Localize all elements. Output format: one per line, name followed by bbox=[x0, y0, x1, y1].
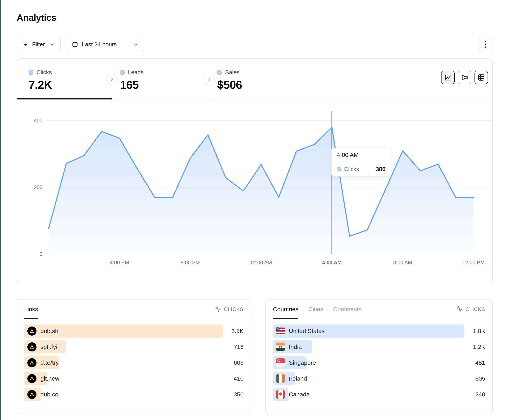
countries-metric-label: CLICKS bbox=[466, 306, 485, 312]
countries-tab-label: Countries bbox=[273, 306, 298, 313]
chevron-down-icon bbox=[50, 42, 55, 47]
links-card: Links CLICKS dub.sh 3.5K bbox=[17, 299, 251, 414]
link-clicks-value: 3.5K bbox=[231, 325, 244, 338]
dub-logo-icon bbox=[27, 374, 37, 383]
leads-series-swatch bbox=[120, 70, 125, 75]
link-label: d.to/try bbox=[40, 359, 59, 366]
link-label: git.new bbox=[40, 375, 59, 382]
tab-countries[interactable]: Countries bbox=[273, 300, 298, 319]
chevron-down-icon bbox=[133, 42, 138, 47]
date-range-button[interactable]: Last 24 hours bbox=[66, 37, 144, 52]
link-clicks-value: 350 bbox=[234, 388, 244, 401]
us-flag-icon bbox=[276, 327, 285, 335]
clicks-series-swatch bbox=[29, 70, 33, 75]
tooltip-series-swatch bbox=[337, 167, 341, 171]
calendar-icon bbox=[72, 41, 78, 48]
country-label: United States bbox=[289, 328, 325, 334]
link-row-dub-sh[interactable]: dub.sh 3.5K bbox=[24, 325, 244, 338]
expand-clicks-chevron-button[interactable] bbox=[106, 74, 118, 85]
dub-logo-icon bbox=[27, 326, 37, 336]
filter-button-label: Filter bbox=[32, 41, 45, 48]
country-label: Singapore bbox=[289, 359, 316, 366]
link-label: dub.co bbox=[40, 391, 58, 398]
country-clicks-value: 240 bbox=[475, 388, 485, 401]
tab-clicks[interactable]: Clicks 7.2K bbox=[17, 59, 112, 99]
leads-value: 165 bbox=[120, 78, 209, 91]
x-axis-label-12: 12:00 AM bbox=[250, 260, 272, 266]
table-grid-icon bbox=[477, 73, 485, 81]
country-row-united-states[interactable]: United States 1.8K bbox=[273, 325, 485, 338]
tab-leads[interactable]: Leads 165 bbox=[112, 59, 209, 99]
dub-logo-icon bbox=[27, 342, 37, 351]
tab-continents[interactable]: Continents bbox=[333, 300, 361, 319]
country-row-canada[interactable]: Canada 240 bbox=[273, 388, 485, 401]
more-options-button[interactable] bbox=[479, 37, 492, 52]
chart-tooltip: 4:00 AM Clicks 380 bbox=[331, 148, 391, 176]
kebab-menu-icon bbox=[485, 40, 486, 49]
link-row-git-new[interactable]: git.new 410 bbox=[24, 372, 244, 385]
dub-logo-icon bbox=[27, 358, 37, 367]
link-row-dub-co[interactable]: dub.co 350 bbox=[24, 388, 244, 401]
x-axis-label-4: 4:00 PM bbox=[110, 260, 129, 266]
links-card-header: Links CLICKS bbox=[17, 300, 251, 319]
links-metric-selector[interactable]: CLICKS bbox=[215, 300, 244, 319]
analytics-card: Clicks 7.2K Leads 165 Sales $506 bbox=[17, 58, 493, 283]
country-clicks-value: 305 bbox=[475, 372, 485, 385]
x-axis-label-20: 8:00 AM bbox=[393, 260, 412, 266]
singapore-flag-icon bbox=[276, 358, 285, 367]
country-label: Canada bbox=[289, 391, 310, 398]
country-row-india[interactable]: India 1.2K bbox=[273, 340, 485, 354]
continents-tab-label: Continents bbox=[333, 306, 361, 313]
tab-cities[interactable]: Cities bbox=[308, 300, 323, 319]
table-view-button[interactable] bbox=[474, 71, 488, 84]
link-clicks-value: 716 bbox=[234, 340, 244, 354]
links-tab-label: Links bbox=[24, 306, 38, 313]
countries-rows: United States 1.8K India 1.2K bbox=[266, 319, 492, 401]
cities-tab-label: Cities bbox=[308, 306, 323, 313]
clicks-area-chart[interactable]: 02004004:00 PM8:00 PM12:00 AM4:00 AM8:00… bbox=[17, 100, 492, 283]
x-axis-label-8: 8:00 PM bbox=[181, 260, 200, 266]
date-range-label: Last 24 hours bbox=[82, 41, 117, 48]
link-label: dub.sh bbox=[40, 328, 58, 334]
clicks-tab-label: Clicks bbox=[37, 69, 52, 76]
filter-icon bbox=[22, 41, 29, 47]
link-row-d-to-try[interactable]: d.to/try 606 bbox=[24, 356, 244, 369]
tooltip-series-label: Clicks bbox=[344, 166, 359, 172]
link-clicks-value: 410 bbox=[234, 372, 244, 385]
x-axis-label-16: 4:00 AM bbox=[322, 260, 342, 266]
country-label: Ireland bbox=[289, 375, 307, 382]
countries-card: Countries Cities Continents CLICKS bbox=[265, 299, 493, 414]
tab-links[interactable]: Links bbox=[24, 300, 38, 319]
cursor-click-icon bbox=[456, 306, 463, 313]
link-clicks-value: 606 bbox=[234, 356, 244, 369]
analytics-page: Analytics Filter Last 24 hours bbox=[0, 0, 508, 420]
clicks-chart-area: 02004004:00 PM8:00 PM12:00 AM4:00 AM8:00… bbox=[17, 100, 492, 283]
country-row-singapore[interactable]: Singapore 481 bbox=[273, 356, 485, 369]
line-chart-icon bbox=[444, 73, 452, 81]
dub-logo-icon bbox=[27, 390, 37, 399]
expand-leads-chevron-button[interactable] bbox=[203, 74, 215, 85]
ireland-flag-icon bbox=[276, 374, 285, 383]
link-row-spti-fyi[interactable]: spti.fyi 716 bbox=[24, 340, 244, 354]
countries-metric-selector[interactable]: CLICKS bbox=[456, 300, 485, 319]
y-axis-label-400: 400 bbox=[34, 117, 42, 123]
line-chart-view-button[interactable] bbox=[441, 71, 455, 84]
canada-flag-icon bbox=[276, 390, 285, 399]
sales-series-swatch bbox=[217, 70, 222, 75]
stats-tabs-row: Clicks 7.2K Leads 165 Sales $506 bbox=[17, 59, 492, 100]
india-flag-icon bbox=[276, 342, 285, 351]
y-axis-label-200: 200 bbox=[34, 184, 42, 190]
link-label: spti.fyi bbox=[40, 344, 57, 350]
country-clicks-value: 481 bbox=[475, 356, 485, 369]
funnel-view-button[interactable] bbox=[458, 71, 471, 84]
country-row-ireland[interactable]: Ireland 305 bbox=[273, 372, 485, 385]
toolbar: Filter Last 24 hours bbox=[17, 37, 144, 52]
clicks-value: 7.2K bbox=[29, 78, 112, 91]
links-metric-label: CLICKS bbox=[224, 306, 244, 312]
links-rows: dub.sh 3.5K spti.fyi 716 d.to/try 606 bbox=[17, 319, 251, 401]
filter-button[interactable]: Filter bbox=[17, 37, 61, 52]
cursor-click-icon bbox=[215, 306, 222, 313]
country-clicks-value: 1.8K bbox=[473, 325, 485, 338]
clicks-area-fill bbox=[49, 127, 473, 254]
country-label: India bbox=[289, 344, 302, 350]
